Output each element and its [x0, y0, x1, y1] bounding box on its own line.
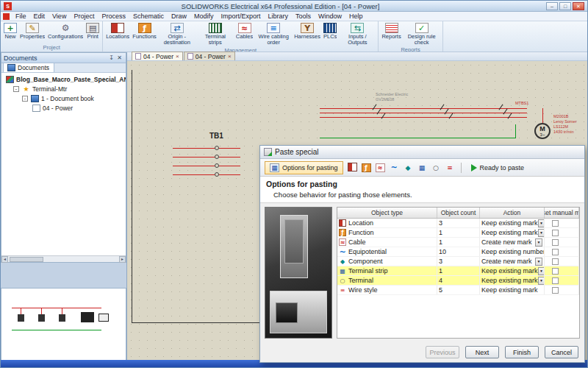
- toolbar-component-button[interactable]: [403, 163, 414, 173]
- tab-documents[interactable]: Documents: [3, 63, 54, 72]
- left-sidebar: Documents ↧ ✕ Documents Blog_Base_Macro_…: [1, 52, 127, 361]
- ribbon-button-cables[interactable]: Cables: [234, 22, 254, 40]
- dropdown-arrow-icon[interactable]: ▼: [535, 258, 542, 266]
- column-header-object-type: Object type: [337, 208, 437, 218]
- table-row-equipotential[interactable]: Equipotential10Keep existing number▼: [337, 247, 579, 257]
- cancel-button[interactable]: Cancel: [545, 346, 578, 358]
- toolbar-functions-button[interactable]: [361, 163, 372, 173]
- design-rule-check-icon: [415, 23, 429, 33]
- close-tab-icon[interactable]: ×: [176, 53, 179, 60]
- ribbon-button-configurations[interactable]: Configurations: [46, 22, 85, 40]
- ribbon-button-terminal-strips[interactable]: Terminal strips: [196, 22, 234, 46]
- menu-import-export[interactable]: Import/Export: [217, 13, 264, 20]
- toolbar-wire-style-button[interactable]: [445, 163, 456, 173]
- collapse-icon[interactable]: -: [13, 86, 19, 92]
- ribbon-button-label: Properties: [20, 34, 45, 40]
- dropdown-arrow-icon[interactable]: ▼: [535, 238, 542, 247]
- menu-tools[interactable]: Tools: [292, 13, 315, 20]
- ribbon-button-new[interactable]: New: [2, 22, 18, 40]
- toolbar-equipotential-button[interactable]: [389, 163, 400, 173]
- preview-thumbnail[interactable]: [1, 288, 126, 361]
- table-row-terminal-strip[interactable]: Terminal strip1Keep existing mark▼: [337, 266, 579, 276]
- menu-window[interactable]: Window: [315, 13, 345, 20]
- reset-mark-checkbox[interactable]: [552, 220, 559, 227]
- disconnect-symbol: [508, 113, 512, 119]
- ribbon-button-design-rule-check[interactable]: Design rule check: [403, 22, 441, 46]
- ribbon-button-inputs-outputs[interactable]: Inputs / Outputs: [338, 22, 376, 46]
- menu-view[interactable]: View: [49, 13, 70, 20]
- ready-to-paste-button[interactable]: Ready to paste: [471, 164, 525, 171]
- dialog-title-bar[interactable]: Paste special: [260, 146, 584, 159]
- scrollbar-thumb[interactable]: [10, 257, 43, 262]
- horizontal-scrollbar[interactable]: ◄ ►: [1, 255, 126, 262]
- table-row-wire-style[interactable]: Wire style5Keep existing mark: [337, 286, 579, 295]
- component-note: Schneider Electric: [376, 92, 408, 97]
- scroll-right-icon[interactable]: ►: [119, 256, 126, 263]
- tree-item-blog-base-macro-paste-special-ansi-19[interactable]: Blog_Base_Macro_Paste_Special_ANSI_19: [1, 74, 126, 84]
- reset-mark-checkbox[interactable]: [552, 277, 559, 284]
- dropdown-arrow-icon[interactable]: ▼: [538, 267, 545, 275]
- table-row-terminal[interactable]: Terminal4Keep existing mark▼: [337, 276, 579, 286]
- table-row-location[interactable]: Location3Keep existing mark▼: [337, 219, 579, 228]
- menu-edit[interactable]: Edit: [30, 13, 49, 20]
- table-row-component[interactable]: Component3Create new mark▼: [337, 257, 579, 266]
- menu-process[interactable]: Process: [98, 13, 129, 20]
- close-panel-icon[interactable]: ✕: [115, 54, 123, 62]
- pin-icon[interactable]: ↧: [107, 54, 115, 62]
- document-tab-04-power[interactable]: 04 - Power×: [184, 52, 235, 60]
- menu-modify[interactable]: Modify: [190, 13, 218, 20]
- ribbon-button-reports[interactable]: Reports: [380, 22, 402, 40]
- menu-library[interactable]: Library: [265, 13, 293, 20]
- ribbon-button-origin-destination-arrows[interactable]: Origin - destination arrows: [158, 22, 196, 47]
- preview-wire: [12, 308, 101, 308]
- sheet-border-horizontal: [132, 322, 264, 323]
- menu-help[interactable]: Help: [345, 13, 367, 20]
- dropdown-arrow-icon[interactable]: ▼: [538, 229, 545, 237]
- menu-project[interactable]: Project: [70, 13, 98, 20]
- ribbon-button-functions[interactable]: Functions: [131, 22, 158, 40]
- tree-item-terminal-mtr[interactable]: -Terminal-Mtr: [1, 84, 126, 93]
- close-tab-icon[interactable]: ×: [228, 53, 232, 60]
- tree-item-04-power[interactable]: 04 - Power: [1, 103, 126, 113]
- menu-draw[interactable]: Draw: [168, 13, 190, 20]
- minimize-icon[interactable]: –: [546, 2, 558, 10]
- table-body: Location3Keep existing mark▼Function1Kee…: [337, 219, 579, 338]
- ribbon-button-wire-cabling-order[interactable]: Wire cabling order: [254, 22, 293, 46]
- phase-wire-l3: [320, 117, 527, 118]
- close-icon[interactable]: ✕: [573, 2, 584, 10]
- ready-to-paste-label: Ready to paste: [480, 164, 525, 171]
- menu-schematic[interactable]: Schematic: [129, 13, 168, 20]
- reset-mark-checkbox[interactable]: [552, 287, 559, 294]
- toolbar-terminal-button[interactable]: [431, 163, 442, 173]
- collapse-icon[interactable]: -: [22, 96, 28, 102]
- ribbon-button-properties[interactable]: Properties: [18, 22, 46, 40]
- table-row-cable[interactable]: Cable1Create new mark▼: [337, 238, 579, 247]
- ribbon-button-print[interactable]: Print: [85, 22, 101, 40]
- scroll-left-icon[interactable]: ◄: [1, 256, 8, 263]
- motor-note: Leroy Somer: [553, 119, 577, 124]
- terminal-strip-icon: [339, 267, 346, 275]
- reset-mark-checkbox[interactable]: [552, 258, 559, 265]
- toolbar-cables-button[interactable]: [375, 163, 386, 173]
- reset-mark-checkbox[interactable]: [552, 230, 559, 236]
- dropdown-arrow-icon[interactable]: ▼: [538, 277, 545, 285]
- reset-mark-checkbox[interactable]: [552, 268, 559, 275]
- ribbon-button-locations[interactable]: Locations: [104, 22, 131, 40]
- preview-wire: [62, 308, 62, 314]
- ribbon-button-harnesses[interactable]: Harnesses: [293, 22, 322, 40]
- document-tab-04-power[interactable]: 04 - Power×: [132, 52, 183, 60]
- finish-button[interactable]: Finish: [505, 346, 539, 358]
- toolbar-terminal-strip-button[interactable]: [417, 163, 428, 173]
- table-row-function[interactable]: Function1Keep existing mark▼: [337, 228, 579, 238]
- action-label: Keep existing mark: [481, 229, 538, 236]
- ribbon-button-plcs[interactable]: PLCs: [322, 22, 338, 40]
- maximize-icon[interactable]: □: [559, 2, 571, 10]
- reset-mark-checkbox[interactable]: [552, 249, 559, 255]
- options-for-pasting-tab[interactable]: Options for pasting: [265, 161, 343, 174]
- tree-item-1-document-book[interactable]: -1 - Document book: [1, 93, 126, 103]
- menu-file[interactable]: File: [12, 13, 30, 20]
- next-button[interactable]: Next: [465, 346, 499, 358]
- reset-mark-checkbox[interactable]: [552, 239, 559, 246]
- toolbar-locations-button[interactable]: [347, 162, 358, 174]
- dropdown-arrow-icon[interactable]: ▼: [538, 219, 545, 227]
